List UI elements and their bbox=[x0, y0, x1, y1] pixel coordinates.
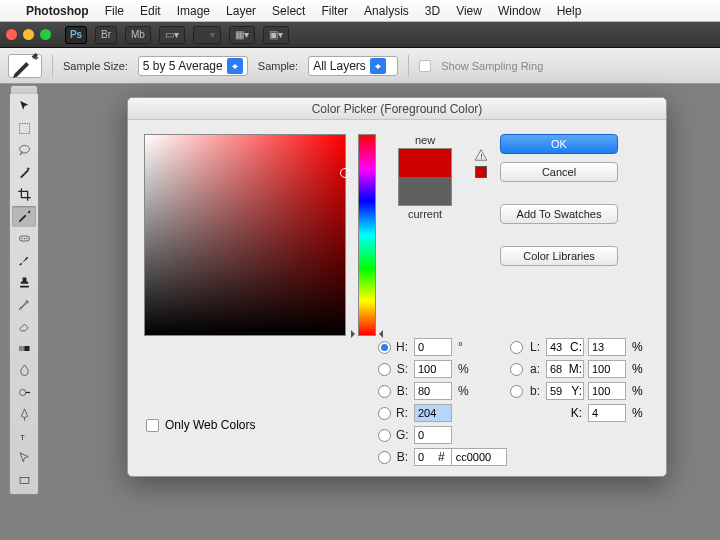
stamp-tool[interactable] bbox=[12, 272, 36, 293]
add-to-swatches-button[interactable]: Add To Swatches bbox=[500, 204, 618, 224]
color-picker-dialog: Color Picker (Foreground Color) new curr… bbox=[127, 97, 667, 477]
menu-select[interactable]: Select bbox=[272, 4, 305, 18]
options-bar: Sample Size: 5 by 5 Average Sample: All … bbox=[0, 48, 720, 84]
gamut-warning-icon[interactable]: ! bbox=[474, 148, 488, 162]
window-zoom[interactable] bbox=[40, 29, 51, 40]
only-web-colors-checkbox[interactable] bbox=[146, 419, 159, 432]
new-color-swatch bbox=[399, 149, 451, 177]
input-b-hsb[interactable] bbox=[414, 382, 452, 400]
menu-layer[interactable]: Layer bbox=[226, 4, 256, 18]
rectangle-tool[interactable] bbox=[12, 470, 36, 491]
bridge-button[interactable]: Br bbox=[95, 26, 117, 44]
input-h[interactable] bbox=[414, 338, 452, 356]
radio-r[interactable] bbox=[378, 407, 391, 420]
color-marker[interactable] bbox=[340, 168, 350, 178]
svg-text:!: ! bbox=[480, 153, 482, 160]
svg-point-2 bbox=[21, 238, 22, 239]
menu-app[interactable]: Photoshop bbox=[26, 4, 89, 18]
divider bbox=[408, 55, 409, 77]
menu-window[interactable]: Window bbox=[498, 4, 541, 18]
new-label: new bbox=[415, 134, 435, 146]
svg-point-3 bbox=[23, 238, 24, 239]
cancel-button[interactable]: Cancel bbox=[500, 162, 618, 182]
color-field[interactable] bbox=[144, 134, 346, 336]
input-k[interactable] bbox=[588, 404, 626, 422]
blur-tool[interactable] bbox=[12, 360, 36, 381]
ok-button[interactable]: OK bbox=[500, 134, 618, 154]
screen-mode-button[interactable]: ▭▾ bbox=[159, 26, 185, 44]
window-minimize[interactable] bbox=[23, 29, 34, 40]
eraser-tool[interactable] bbox=[12, 316, 36, 337]
gradient-tool[interactable] bbox=[12, 338, 36, 359]
toolbox: T bbox=[9, 92, 39, 495]
minibridge-button[interactable]: Mb bbox=[125, 26, 151, 44]
current-label: current bbox=[408, 208, 442, 220]
menu-file[interactable]: File bbox=[105, 4, 124, 18]
sample-value: All Layers bbox=[313, 59, 366, 73]
extras-button[interactable]: ▣▾ bbox=[263, 26, 289, 44]
only-web-colors-label: Only Web Colors bbox=[165, 418, 255, 432]
eyedropper-tool[interactable] bbox=[12, 206, 36, 227]
radio-b-rgb[interactable] bbox=[378, 451, 391, 464]
show-sampling-ring-checkbox[interactable] bbox=[419, 60, 431, 72]
sample-select[interactable]: All Layers bbox=[308, 56, 398, 76]
zoom-level[interactable]: ▾ bbox=[193, 26, 221, 44]
arrange-button[interactable]: ▦▾ bbox=[229, 26, 255, 44]
menu-help[interactable]: Help bbox=[557, 4, 582, 18]
radio-a[interactable] bbox=[510, 363, 523, 376]
sample-size-label: Sample Size: bbox=[63, 60, 128, 72]
menu-edit[interactable]: Edit bbox=[140, 4, 161, 18]
sample-size-select[interactable]: 5 by 5 Average bbox=[138, 56, 248, 76]
color-preview: new current bbox=[388, 134, 462, 336]
websafe-warning-icon[interactable] bbox=[475, 166, 487, 178]
radio-b-lab[interactable] bbox=[510, 385, 523, 398]
divider bbox=[52, 55, 53, 77]
warnings: ! bbox=[474, 134, 488, 336]
input-g[interactable] bbox=[414, 426, 452, 444]
menu-filter[interactable]: Filter bbox=[321, 4, 348, 18]
radio-b-hsb[interactable] bbox=[378, 385, 391, 398]
radio-h[interactable] bbox=[378, 341, 391, 354]
wand-tool[interactable] bbox=[12, 162, 36, 183]
dialog-title: Color Picker (Foreground Color) bbox=[128, 98, 666, 120]
input-r[interactable] bbox=[414, 404, 452, 422]
photoshop-logo-icon: Ps bbox=[65, 26, 87, 44]
input-hex[interactable] bbox=[451, 448, 507, 466]
hex-label: # bbox=[438, 450, 445, 464]
type-tool[interactable]: T bbox=[12, 426, 36, 447]
color-libraries-button[interactable]: Color Libraries bbox=[500, 246, 618, 266]
input-y[interactable] bbox=[588, 382, 626, 400]
menu-analysis[interactable]: Analysis bbox=[364, 4, 409, 18]
brush-tool[interactable] bbox=[12, 250, 36, 271]
app-bar: Ps Br Mb ▭▾ ▾ ▦▾ ▣▾ bbox=[0, 22, 720, 48]
menu-image[interactable]: Image bbox=[177, 4, 210, 18]
menu-view[interactable]: View bbox=[456, 4, 482, 18]
svg-rect-0 bbox=[19, 124, 29, 134]
move-tool[interactable] bbox=[12, 96, 36, 117]
healing-tool[interactable] bbox=[12, 228, 36, 249]
hue-slider[interactable] bbox=[358, 134, 376, 336]
window-close[interactable] bbox=[6, 29, 17, 40]
input-c[interactable] bbox=[588, 338, 626, 356]
input-s[interactable] bbox=[414, 360, 452, 378]
crop-tool[interactable] bbox=[12, 184, 36, 205]
input-m[interactable] bbox=[588, 360, 626, 378]
marquee-tool[interactable] bbox=[12, 118, 36, 139]
menu-3d[interactable]: 3D bbox=[425, 4, 440, 18]
dodge-tool[interactable] bbox=[12, 382, 36, 403]
system-menubar: Photoshop File Edit Image Layer Select F… bbox=[0, 0, 720, 22]
tool-preset-eyedropper[interactable] bbox=[8, 54, 42, 78]
path-select-tool[interactable] bbox=[12, 448, 36, 469]
color-swatch[interactable] bbox=[398, 148, 452, 206]
lasso-tool[interactable] bbox=[12, 140, 36, 161]
sample-size-value: 5 by 5 Average bbox=[143, 59, 223, 73]
svg-point-7 bbox=[19, 389, 25, 395]
pen-tool[interactable] bbox=[12, 404, 36, 425]
radio-l[interactable] bbox=[510, 341, 523, 354]
radio-g[interactable] bbox=[378, 429, 391, 442]
radio-s[interactable] bbox=[378, 363, 391, 376]
history-brush-tool[interactable] bbox=[12, 294, 36, 315]
sample-label: Sample: bbox=[258, 60, 298, 72]
svg-text:T: T bbox=[20, 433, 25, 442]
current-color-swatch bbox=[399, 177, 451, 205]
